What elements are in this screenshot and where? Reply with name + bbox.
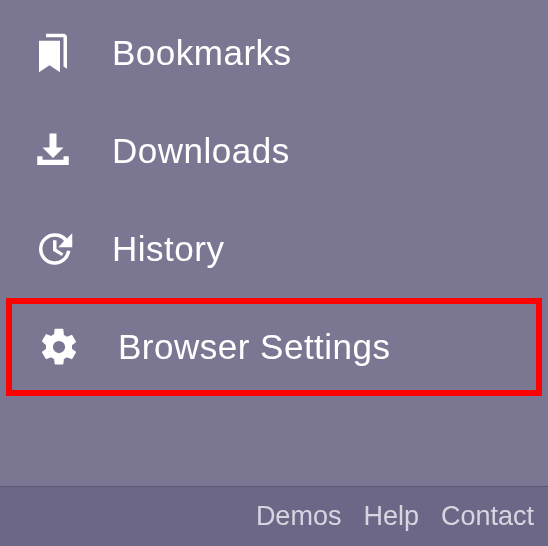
menu-item-history[interactable]: History [0,200,548,298]
menu-label-history: History [112,229,224,269]
menu-item-bookmarks[interactable]: Bookmarks [0,4,548,102]
download-icon [32,130,74,172]
menu-label-browser-settings: Browser Settings [118,327,391,367]
footer: Demos Help Contact [0,486,548,546]
gear-icon [38,326,80,368]
bookmarks-icon [32,32,74,74]
history-icon [32,228,74,270]
menu-item-browser-settings[interactable]: Browser Settings [6,298,542,396]
menu-item-downloads[interactable]: Downloads [0,102,548,200]
menu-label-downloads: Downloads [112,131,290,171]
menu-label-bookmarks: Bookmarks [112,33,292,73]
footer-link-demos[interactable]: Demos [256,501,342,532]
sidebar-menu: Bookmarks Downloads History Browser Sett… [0,0,548,486]
footer-link-help[interactable]: Help [363,501,419,532]
footer-link-contact[interactable]: Contact [441,501,534,532]
